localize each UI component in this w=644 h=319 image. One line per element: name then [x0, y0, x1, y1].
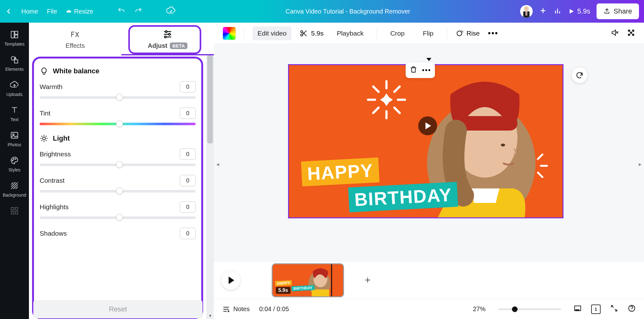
- svg-point-26: [165, 31, 167, 32]
- animate-button[interactable]: Rise: [455, 29, 480, 37]
- svg-rect-52: [628, 34, 630, 36]
- scroll-down-icon[interactable]: ▾: [206, 312, 214, 319]
- slider-value[interactable]: 0: [180, 108, 196, 119]
- animate-icon: [455, 29, 464, 37]
- add-clip-button[interactable]: +: [350, 263, 385, 297]
- rail-styles[interactable]: Styles: [0, 152, 29, 176]
- timeline-playhead[interactable]: [331, 264, 332, 296]
- slider-thumb[interactable]: [116, 187, 123, 194]
- back-icon[interactable]: [5, 8, 13, 15]
- rail-photos[interactable]: Photos: [0, 127, 29, 151]
- slider-value[interactable]: 0: [180, 175, 196, 186]
- transparency-icon[interactable]: [627, 29, 635, 38]
- present-button[interactable]: 5.9s: [568, 7, 591, 15]
- delete-icon[interactable]: [409, 65, 418, 75]
- rail-apps[interactable]: [0, 203, 29, 219]
- more-icon[interactable]: •••: [422, 66, 431, 74]
- mute-icon[interactable]: [611, 29, 619, 38]
- undo-icon[interactable]: [117, 7, 125, 16]
- svg-line-58: [373, 87, 379, 92]
- slider-value[interactable]: 0: [180, 201, 196, 213]
- color-swatch[interactable]: [223, 27, 236, 40]
- page-marker-icon: [426, 58, 431, 61]
- slider-track[interactable]: [40, 190, 196, 193]
- slider-thumb[interactable]: [116, 161, 123, 168]
- redo-icon[interactable]: [134, 7, 142, 16]
- rail-uploads[interactable]: Uploads: [0, 77, 29, 101]
- slider-value[interactable]: 0: [180, 81, 196, 92]
- canvas-text-happy[interactable]: HAPPY: [301, 158, 380, 187]
- slider-thumb[interactable]: [116, 214, 123, 221]
- slider-thumb[interactable]: [116, 120, 123, 127]
- slider-label: Brightness: [40, 150, 71, 158]
- page-indicator[interactable]: 1: [591, 305, 601, 314]
- file-menu[interactable]: File: [47, 8, 57, 15]
- cloud-sync-icon[interactable]: [166, 6, 176, 17]
- resize-menu[interactable]: Resize: [66, 8, 93, 15]
- avatar[interactable]: [520, 5, 533, 18]
- elements-icon: [10, 55, 19, 64]
- rail-templates[interactable]: Templates: [0, 26, 29, 50]
- svg-line-34: [42, 136, 42, 137]
- flip-button[interactable]: Flip: [418, 26, 439, 40]
- more-icon[interactable]: •••: [488, 28, 498, 38]
- slider-shadows: Shadows0: [40, 228, 196, 239]
- reset-button[interactable]: Reset: [33, 300, 203, 318]
- document-title[interactable]: Canva Video Tutorial - Background Remove…: [176, 8, 520, 15]
- side-panel: Effects AdjustBETA ▴ ▾ White balance War…: [29, 23, 214, 319]
- duration-label: 5.9s: [311, 30, 324, 37]
- home-menu[interactable]: Home: [21, 8, 38, 15]
- crown-icon: [66, 8, 72, 14]
- share-button[interactable]: Share: [597, 3, 639, 19]
- slider-track[interactable]: [40, 96, 196, 99]
- help-icon[interactable]: [628, 304, 636, 314]
- panel-scrollbar[interactable]: ▴ ▾: [206, 55, 214, 319]
- canvas-area[interactable]: HAPPY BIRTHDAY ••• ◂ ▸ ⌄: [214, 44, 644, 277]
- rail-background[interactable]: Background: [0, 177, 29, 201]
- slider-value[interactable]: 0: [180, 148, 196, 160]
- sliders-icon: [162, 29, 173, 40]
- insights-icon[interactable]: [553, 7, 562, 16]
- timeline-play-button[interactable]: [221, 271, 240, 290]
- group-light: Light: [40, 134, 196, 143]
- adjust-panel: ▴ ▾ White balance Warmth0 Tint0 Light: [29, 55, 214, 319]
- svg-rect-49: [628, 30, 630, 32]
- slider-tint: Tint0: [40, 108, 196, 125]
- rail-elements[interactable]: Elements: [0, 52, 29, 76]
- rail-text[interactable]: Text: [0, 102, 29, 126]
- playback-button[interactable]: Playback: [332, 26, 369, 40]
- duration-button[interactable]: 5.9s: [300, 29, 324, 37]
- zoom-slider[interactable]: [498, 308, 561, 310]
- crop-button[interactable]: Crop: [385, 26, 410, 40]
- canvas-page[interactable]: HAPPY BIRTHDAY: [288, 64, 564, 218]
- scrollbar-handle[interactable]: [207, 55, 213, 143]
- zoom-thumb[interactable]: [512, 306, 518, 312]
- canvas-scroll-right-icon[interactable]: ▸: [639, 161, 641, 168]
- slider-value[interactable]: 0: [180, 228, 196, 239]
- separator: [447, 28, 447, 39]
- tab-adjust[interactable]: AdjustBETA: [121, 23, 214, 55]
- regenerate-button[interactable]: [572, 67, 587, 83]
- clip-thumb: [302, 265, 334, 296]
- zoom-value[interactable]: 27%: [473, 305, 486, 313]
- slider-track[interactable]: [40, 216, 196, 219]
- tab-effects[interactable]: Effects: [29, 23, 121, 55]
- group-title: Light: [53, 134, 70, 143]
- svg-rect-20: [15, 208, 18, 210]
- fullscreen-icon[interactable]: [610, 304, 618, 314]
- slider-track[interactable]: [40, 164, 196, 166]
- timeline-clip[interactable]: HAPPY BIRTHDAY 5.9s: [272, 263, 344, 297]
- canvas-scroll-left-icon[interactable]: ◂: [216, 161, 219, 168]
- edit-video-button[interactable]: Edit video: [253, 26, 291, 40]
- svg-point-41: [301, 31, 303, 33]
- notes-button[interactable]: Notes: [222, 305, 250, 313]
- add-member-icon[interactable]: [539, 7, 547, 16]
- top-bar-left: Home File Resize: [5, 6, 176, 17]
- slider-track[interactable]: [40, 123, 196, 125]
- element-floating-toolbar: •••: [406, 62, 435, 78]
- canvas-play-button[interactable]: [418, 116, 437, 135]
- slider-thumb[interactable]: [116, 94, 123, 101]
- notes-label: Notes: [233, 305, 250, 313]
- svg-point-28: [164, 36, 166, 38]
- view-grid-icon[interactable]: [574, 304, 582, 314]
